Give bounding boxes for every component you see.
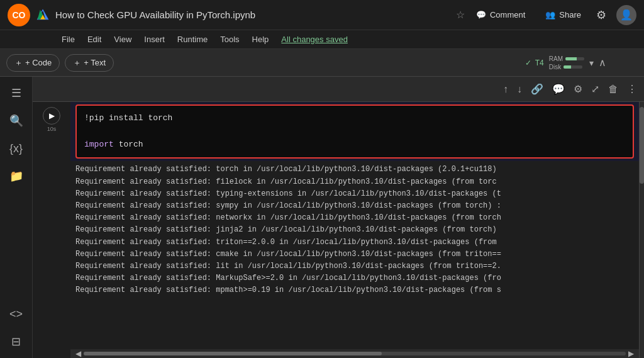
top-bar: CO How to Check GPU Availability in PyTo… <box>0 0 644 30</box>
sidebar-menu-icon[interactable]: ☰ <box>5 82 28 104</box>
output-line: Requirement already satisfied: mpmath>=0… <box>75 284 634 296</box>
cell-container: ▶ 10s !pip install torch import torch Re… <box>33 102 644 358</box>
main-area: ☰ 🔍 {x} 📁 <> ⊟ ↑ ↓ 🔗 💬 ⚙ ⤢ 🗑 ⋮ ▶ 10s <box>0 77 644 358</box>
add-code-label: + Code <box>25 58 52 67</box>
move-down-icon[interactable]: ↓ <box>515 82 524 97</box>
torch-text: torch <box>119 140 143 149</box>
output-line: Requirement already satisfied: cmake in … <box>75 249 634 260</box>
toolbar: ＋ + Code ＋ + Text ✓ T4 RAM Disk ▾ <box>0 49 644 77</box>
code-line-2 <box>84 125 625 138</box>
output-line: Requirement already satisfied: triton==2… <box>75 237 634 249</box>
menu-bar: File Edit View Insert Runtime Tools Help… <box>0 30 644 49</box>
drive-icon <box>36 9 49 21</box>
notebook-area: ↑ ↓ 🔗 💬 ⚙ ⤢ 🗑 ⋮ ▶ 10s !pip install torch <box>33 77 644 358</box>
star-icon[interactable]: ☆ <box>456 9 465 21</box>
code-cell[interactable]: !pip install torch import torch <box>75 104 634 159</box>
import-keyword: import <box>84 140 114 149</box>
check-icon: ✓ <box>525 59 531 67</box>
notebook-title[interactable]: How to Check GPU Availability in PyTorch… <box>55 9 450 20</box>
share-label: Share <box>559 10 581 20</box>
ram-disk-indicator: RAM Disk <box>549 55 584 70</box>
sidebar-search-icon[interactable]: 🔍 <box>5 109 28 132</box>
menu-edit[interactable]: Edit <box>82 33 106 46</box>
avatar[interactable]: 👤 <box>616 5 636 25</box>
output-line: Requirement already satisfied: torch in … <box>75 164 634 176</box>
share-button[interactable]: 👥 Share <box>540 8 586 22</box>
ram-label: RAM <box>549 55 563 62</box>
h-scrollbar-track[interactable] <box>84 352 626 355</box>
add-text-button[interactable]: ＋ + Text <box>65 54 114 72</box>
disk-fill <box>564 65 571 69</box>
scroll-right-icon[interactable]: ▶ <box>626 349 636 358</box>
h-scrollbar-area[interactable]: ◀ ▶ <box>70 349 639 358</box>
toolbar-right: ✓ T4 RAM Disk ▾ ∧ <box>525 55 606 70</box>
output-line: Requirement already satisfied: jinja2 in… <box>75 224 634 236</box>
comment-button[interactable]: 💬 Comment <box>471 8 530 22</box>
add-text-label: + Text <box>84 58 106 67</box>
sidebar-files-icon[interactable]: 📁 <box>5 165 28 187</box>
disk-bar-row: Disk <box>549 64 584 70</box>
run-button[interactable]: ▶ <box>43 107 60 125</box>
left-sidebar: ☰ 🔍 {x} 📁 <> ⊟ <box>0 77 33 358</box>
pip-code: !pip install torch <box>84 113 172 123</box>
add-code-button[interactable]: ＋ + Code <box>6 54 60 72</box>
ram-bar-row: RAM <box>549 55 584 62</box>
menu-view[interactable]: View <box>109 33 136 46</box>
settings-icon[interactable]: ⚙ <box>596 8 606 22</box>
output-line: Requirement already satisfied: sympy in … <box>75 200 634 212</box>
runtime-label: T4 <box>535 59 544 67</box>
output-line: Requirement already satisfied: lit in /u… <box>75 260 634 272</box>
run-btn-area: ▶ 10s <box>43 107 60 132</box>
comment-label: Comment <box>490 10 525 20</box>
cell-toolbar: ↑ ↓ 🔗 💬 ⚙ ⤢ 🗑 ⋮ <box>33 77 644 102</box>
menu-file[interactable]: File <box>57 33 80 46</box>
code-line-1: !pip install torch <box>84 112 625 125</box>
more-icon[interactable]: ⋮ <box>625 81 639 97</box>
comment-icon: 💬 <box>476 10 486 20</box>
share-icon: 👥 <box>545 10 555 20</box>
sidebar-terminal-icon[interactable]: ⊟ <box>5 330 28 353</box>
output-area[interactable]: Requirement already satisfied: torch in … <box>70 161 639 349</box>
move-up-icon[interactable]: ↑ <box>501 82 510 97</box>
h-scrollbar-thumb <box>84 352 382 355</box>
comment-cell-icon[interactable]: 💬 <box>550 81 567 97</box>
menu-tools[interactable]: Tools <box>215 33 244 46</box>
runtime-badge: ✓ T4 <box>525 59 544 67</box>
run-time: 10s <box>47 126 57 132</box>
expand-icon[interactable]: ⤢ <box>589 81 601 97</box>
menu-help[interactable]: Help <box>247 33 274 46</box>
disk-bar <box>564 65 582 69</box>
menu-runtime[interactable]: Runtime <box>172 33 213 46</box>
output-line: Requirement already satisfied: MarkupSaf… <box>75 272 634 284</box>
plus-icon: ＋ <box>14 57 23 69</box>
plus-icon-text: ＋ <box>73 57 81 69</box>
delete-icon[interactable]: 🗑 <box>606 82 620 97</box>
output-line: Requirement already satisfied: networkx … <box>75 212 634 224</box>
cell-left: ▶ 10s <box>33 102 70 358</box>
colab-logo: CO <box>8 4 30 26</box>
link-icon[interactable]: 🔗 <box>529 81 545 97</box>
chevron-down-icon[interactable]: ▾ <box>589 58 594 68</box>
menu-insert[interactable]: Insert <box>139 33 170 46</box>
output-line: Requirement already satisfied: filelock … <box>75 176 634 188</box>
v-scrollbar-thumb <box>640 107 644 184</box>
collapse-icon[interactable]: ∧ <box>599 57 606 69</box>
disk-label: Disk <box>549 64 561 70</box>
sidebar-code-icon[interactable]: <> <box>5 303 28 325</box>
ram-fill <box>565 57 577 60</box>
top-bar-actions: 💬 Comment 👥 Share ⚙ 👤 <box>471 5 636 25</box>
output-line: Requirement already satisfied: typing-ex… <box>75 188 634 200</box>
code-line-3: import torch <box>84 138 625 152</box>
settings-cell-icon[interactable]: ⚙ <box>572 81 584 97</box>
scroll-left-icon[interactable]: ◀ <box>73 349 84 358</box>
sidebar-variables-icon[interactable]: {x} <box>5 137 28 160</box>
cell-content-area: !pip install torch import torch Requirem… <box>70 102 639 358</box>
saved-status: All changes saved <box>281 35 348 44</box>
v-scrollbar[interactable] <box>639 102 644 358</box>
ram-bar <box>565 57 584 60</box>
